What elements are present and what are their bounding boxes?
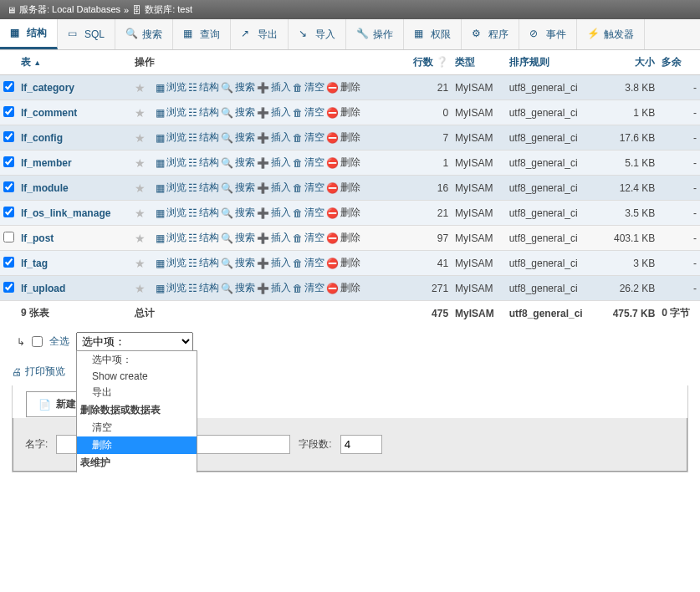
favorite-star-icon[interactable]: ★	[135, 207, 146, 220]
drop-action[interactable]: ⛔删除	[326, 130, 360, 145]
table-name-link[interactable]: lf_os_link_manage	[21, 207, 110, 219]
table-name-link[interactable]: lf_module	[21, 182, 69, 194]
favorite-star-icon[interactable]: ★	[135, 106, 146, 120]
insert-action[interactable]: ➕插入	[257, 256, 291, 270]
insert-action[interactable]: ➕插入	[257, 206, 291, 220]
row-checkbox[interactable]	[3, 232, 14, 242]
search-action[interactable]: 🔍搜索	[221, 206, 255, 220]
tab-search[interactable]: 🔍搜索	[115, 19, 173, 49]
row-checkbox[interactable]	[3, 181, 14, 192]
dropdown-option[interactable]: 删除	[77, 436, 197, 454]
insert-action[interactable]: ➕插入	[257, 156, 291, 170]
tab-import[interactable]: ↘导入	[289, 19, 346, 49]
with-selected-dropdown[interactable]: 选中项：	[76, 332, 193, 351]
search-action[interactable]: 🔍搜索	[221, 181, 255, 195]
row-checkbox[interactable]	[3, 207, 14, 217]
structure-action[interactable]: ☷结构	[188, 156, 219, 170]
row-checkbox[interactable]	[3, 106, 14, 117]
favorite-star-icon[interactable]: ★	[135, 257, 146, 270]
search-action[interactable]: 🔍搜索	[221, 256, 255, 270]
table-name-link[interactable]: lf_category	[21, 82, 74, 94]
structure-action[interactable]: ☷结构	[188, 130, 219, 145]
drop-action[interactable]: ⛔删除	[326, 156, 360, 170]
fields-count-input[interactable]	[340, 435, 382, 454]
dropdown-option[interactable]: 清空	[77, 419, 197, 436]
browse-action[interactable]: ▦浏览	[156, 281, 186, 295]
insert-action[interactable]: ➕插入	[257, 181, 291, 195]
browse-action[interactable]: ▦浏览	[156, 130, 186, 145]
empty-action[interactable]: 🗑清空	[293, 256, 324, 270]
col-size[interactable]: 大小	[600, 50, 658, 75]
drop-action[interactable]: ⛔删除	[326, 231, 360, 245]
structure-action[interactable]: ☷结构	[188, 231, 219, 245]
tab-query[interactable]: ▦查询	[173, 19, 231, 49]
row-checkbox[interactable]	[3, 81, 14, 92]
insert-action[interactable]: ➕插入	[257, 80, 291, 94]
empty-action[interactable]: 🗑清空	[293, 105, 324, 120]
table-name-link[interactable]: lf_tag	[21, 258, 48, 269]
drop-action[interactable]: ⛔删除	[326, 181, 360, 195]
drop-action[interactable]: ⛔删除	[326, 281, 360, 295]
structure-action[interactable]: ☷结构	[188, 105, 219, 120]
empty-action[interactable]: 🗑清空	[293, 281, 324, 295]
empty-action[interactable]: 🗑清空	[293, 206, 324, 220]
favorite-star-icon[interactable]: ★	[135, 181, 146, 195]
row-checkbox[interactable]	[3, 282, 14, 293]
breadcrumb-database[interactable]: 数据库: test	[145, 3, 192, 16]
insert-action[interactable]: ➕插入	[257, 281, 291, 295]
structure-action[interactable]: ☷结构	[188, 80, 219, 94]
col-overhead[interactable]: 多余	[658, 50, 700, 75]
table-name-link[interactable]: lf_config	[21, 132, 63, 144]
search-action[interactable]: 🔍搜索	[221, 80, 255, 94]
col-collation[interactable]: 排序规则	[506, 50, 600, 75]
structure-action[interactable]: ☷结构	[188, 181, 219, 195]
table-name-link[interactable]: lf_post	[21, 232, 54, 244]
insert-action[interactable]: ➕插入	[257, 105, 291, 120]
browse-action[interactable]: ▦浏览	[156, 206, 186, 220]
drop-action[interactable]: ⛔删除	[326, 80, 360, 94]
row-checkbox[interactable]	[3, 156, 14, 167]
structure-action[interactable]: ☷结构	[188, 256, 219, 270]
empty-action[interactable]: 🗑清空	[293, 156, 324, 170]
dropdown-option[interactable]: Show create	[77, 369, 197, 384]
dropdown-option[interactable]: 选中项：	[77, 351, 197, 369]
tab-triggers[interactable]: ⚡触发器	[577, 19, 645, 49]
tab-operations[interactable]: 🔧操作	[346, 19, 404, 49]
dropdown-option[interactable]: 分析表	[77, 472, 197, 472]
browse-action[interactable]: ▦浏览	[156, 181, 186, 195]
table-name-link[interactable]: lf_member	[21, 157, 72, 169]
empty-action[interactable]: 🗑清空	[293, 130, 324, 145]
row-checkbox[interactable]	[3, 131, 14, 142]
tab-export[interactable]: ↗导出	[231, 19, 289, 49]
tab-sql[interactable]: ▭SQL	[58, 19, 115, 49]
checkall-checkbox[interactable]	[32, 336, 43, 347]
favorite-star-icon[interactable]: ★	[135, 156, 146, 170]
search-action[interactable]: 🔍搜索	[221, 231, 255, 245]
favorite-star-icon[interactable]: ★	[135, 81, 146, 94]
empty-action[interactable]: 🗑清空	[293, 80, 324, 94]
insert-action[interactable]: ➕插入	[257, 130, 291, 145]
table-name-link[interactable]: lf_upload	[21, 283, 65, 294]
structure-action[interactable]: ☷结构	[188, 206, 219, 220]
row-checkbox[interactable]	[3, 257, 14, 268]
col-type[interactable]: 类型	[452, 50, 506, 75]
search-action[interactable]: 🔍搜索	[221, 130, 255, 145]
tab-privileges[interactable]: ▦权限	[404, 19, 462, 49]
favorite-star-icon[interactable]: ★	[135, 131, 146, 145]
print-preview-link[interactable]: 🖨打印预览	[12, 365, 65, 379]
help-icon[interactable]: ❔	[436, 56, 448, 68]
search-action[interactable]: 🔍搜索	[221, 156, 255, 170]
drop-action[interactable]: ⛔删除	[326, 105, 360, 120]
dropdown-option[interactable]: 导出	[77, 384, 197, 401]
drop-action[interactable]: ⛔删除	[326, 206, 360, 220]
browse-action[interactable]: ▦浏览	[156, 156, 186, 170]
browse-action[interactable]: ▦浏览	[156, 231, 186, 245]
browse-action[interactable]: ▦浏览	[156, 256, 186, 270]
empty-action[interactable]: 🗑清空	[293, 181, 324, 195]
tab-routines[interactable]: ⚙程序	[462, 19, 519, 49]
tab-events[interactable]: ⊘事件	[519, 19, 577, 49]
checkall-link[interactable]: 全选	[49, 334, 69, 349]
structure-action[interactable]: ☷结构	[188, 281, 219, 295]
drop-action[interactable]: ⛔删除	[326, 256, 360, 270]
insert-action[interactable]: ➕插入	[257, 231, 291, 245]
